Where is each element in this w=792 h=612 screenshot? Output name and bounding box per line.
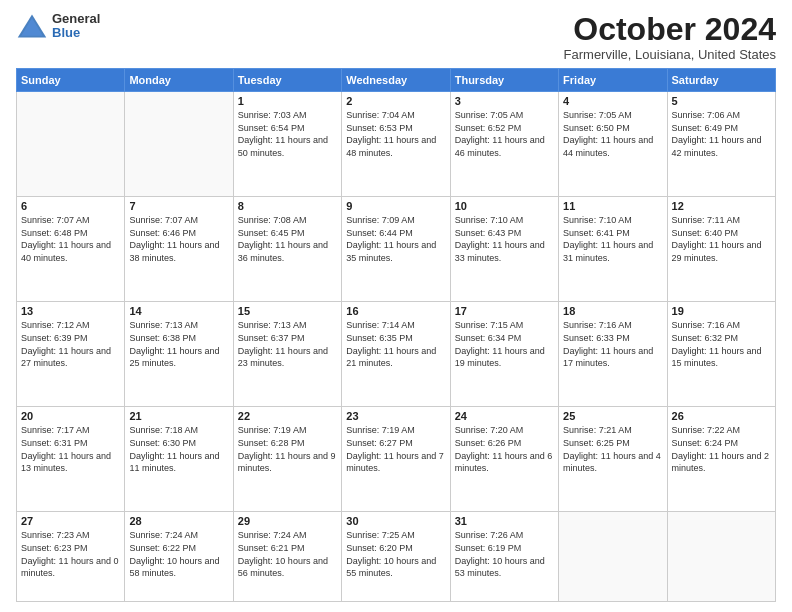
calendar-header-row: SundayMondayTuesdayWednesdayThursdayFrid…: [17, 69, 776, 92]
day-info: Sunrise: 7:13 AM Sunset: 6:38 PM Dayligh…: [129, 319, 228, 369]
table-row: 20Sunrise: 7:17 AM Sunset: 6:31 PM Dayli…: [17, 407, 125, 512]
day-number: 21: [129, 410, 228, 422]
day-info: Sunrise: 7:07 AM Sunset: 6:46 PM Dayligh…: [129, 214, 228, 264]
table-row: 5Sunrise: 7:06 AM Sunset: 6:49 PM Daylig…: [667, 92, 775, 197]
header: General Blue October 2024 Farmerville, L…: [16, 12, 776, 62]
day-number: 9: [346, 200, 445, 212]
day-number: 6: [21, 200, 120, 212]
day-number: 2: [346, 95, 445, 107]
table-row: 7Sunrise: 7:07 AM Sunset: 6:46 PM Daylig…: [125, 197, 233, 302]
table-row: 1Sunrise: 7:03 AM Sunset: 6:54 PM Daylig…: [233, 92, 341, 197]
day-number: 1: [238, 95, 337, 107]
day-info: Sunrise: 7:03 AM Sunset: 6:54 PM Dayligh…: [238, 109, 337, 159]
table-row: 19Sunrise: 7:16 AM Sunset: 6:32 PM Dayli…: [667, 302, 775, 407]
day-info: Sunrise: 7:16 AM Sunset: 6:33 PM Dayligh…: [563, 319, 662, 369]
day-number: 23: [346, 410, 445, 422]
day-info: Sunrise: 7:19 AM Sunset: 6:28 PM Dayligh…: [238, 424, 337, 474]
month-title: October 2024: [564, 12, 776, 47]
day-info: Sunrise: 7:19 AM Sunset: 6:27 PM Dayligh…: [346, 424, 445, 474]
table-row: 15Sunrise: 7:13 AM Sunset: 6:37 PM Dayli…: [233, 302, 341, 407]
table-row: 31Sunrise: 7:26 AM Sunset: 6:19 PM Dayli…: [450, 512, 558, 602]
day-info: Sunrise: 7:17 AM Sunset: 6:31 PM Dayligh…: [21, 424, 120, 474]
table-row: [17, 92, 125, 197]
day-number: 14: [129, 305, 228, 317]
day-info: Sunrise: 7:24 AM Sunset: 6:21 PM Dayligh…: [238, 529, 337, 579]
day-number: 29: [238, 515, 337, 527]
column-header-monday: Monday: [125, 69, 233, 92]
logo: General Blue: [16, 12, 100, 41]
day-info: Sunrise: 7:05 AM Sunset: 6:50 PM Dayligh…: [563, 109, 662, 159]
day-number: 22: [238, 410, 337, 422]
column-header-tuesday: Tuesday: [233, 69, 341, 92]
table-row: 23Sunrise: 7:19 AM Sunset: 6:27 PM Dayli…: [342, 407, 450, 512]
day-info: Sunrise: 7:04 AM Sunset: 6:53 PM Dayligh…: [346, 109, 445, 159]
column-header-saturday: Saturday: [667, 69, 775, 92]
day-number: 4: [563, 95, 662, 107]
day-info: Sunrise: 7:13 AM Sunset: 6:37 PM Dayligh…: [238, 319, 337, 369]
day-info: Sunrise: 7:18 AM Sunset: 6:30 PM Dayligh…: [129, 424, 228, 474]
column-header-thursday: Thursday: [450, 69, 558, 92]
table-row: 30Sunrise: 7:25 AM Sunset: 6:20 PM Dayli…: [342, 512, 450, 602]
table-row: 2Sunrise: 7:04 AM Sunset: 6:53 PM Daylig…: [342, 92, 450, 197]
day-number: 18: [563, 305, 662, 317]
day-info: Sunrise: 7:06 AM Sunset: 6:49 PM Dayligh…: [672, 109, 771, 159]
table-row: 10Sunrise: 7:10 AM Sunset: 6:43 PM Dayli…: [450, 197, 558, 302]
calendar-week-row: 1Sunrise: 7:03 AM Sunset: 6:54 PM Daylig…: [17, 92, 776, 197]
day-info: Sunrise: 7:12 AM Sunset: 6:39 PM Dayligh…: [21, 319, 120, 369]
table-row: 8Sunrise: 7:08 AM Sunset: 6:45 PM Daylig…: [233, 197, 341, 302]
day-info: Sunrise: 7:21 AM Sunset: 6:25 PM Dayligh…: [563, 424, 662, 474]
table-row: 22Sunrise: 7:19 AM Sunset: 6:28 PM Dayli…: [233, 407, 341, 512]
table-row: 25Sunrise: 7:21 AM Sunset: 6:25 PM Dayli…: [559, 407, 667, 512]
calendar-week-row: 13Sunrise: 7:12 AM Sunset: 6:39 PM Dayli…: [17, 302, 776, 407]
table-row: 13Sunrise: 7:12 AM Sunset: 6:39 PM Dayli…: [17, 302, 125, 407]
table-row: 11Sunrise: 7:10 AM Sunset: 6:41 PM Dayli…: [559, 197, 667, 302]
column-header-sunday: Sunday: [17, 69, 125, 92]
table-row: 24Sunrise: 7:20 AM Sunset: 6:26 PM Dayli…: [450, 407, 558, 512]
day-info: Sunrise: 7:25 AM Sunset: 6:20 PM Dayligh…: [346, 529, 445, 579]
table-row: [667, 512, 775, 602]
day-number: 20: [21, 410, 120, 422]
table-row: [559, 512, 667, 602]
logo-blue-text: Blue: [52, 26, 100, 40]
calendar-week-row: 6Sunrise: 7:07 AM Sunset: 6:48 PM Daylig…: [17, 197, 776, 302]
column-header-wednesday: Wednesday: [342, 69, 450, 92]
table-row: 28Sunrise: 7:24 AM Sunset: 6:22 PM Dayli…: [125, 512, 233, 602]
table-row: 26Sunrise: 7:22 AM Sunset: 6:24 PM Dayli…: [667, 407, 775, 512]
table-row: 12Sunrise: 7:11 AM Sunset: 6:40 PM Dayli…: [667, 197, 775, 302]
table-row: 18Sunrise: 7:16 AM Sunset: 6:33 PM Dayli…: [559, 302, 667, 407]
day-info: Sunrise: 7:10 AM Sunset: 6:41 PM Dayligh…: [563, 214, 662, 264]
logo-general-text: General: [52, 12, 100, 26]
day-number: 5: [672, 95, 771, 107]
table-row: 29Sunrise: 7:24 AM Sunset: 6:21 PM Dayli…: [233, 512, 341, 602]
day-info: Sunrise: 7:07 AM Sunset: 6:48 PM Dayligh…: [21, 214, 120, 264]
table-row: 3Sunrise: 7:05 AM Sunset: 6:52 PM Daylig…: [450, 92, 558, 197]
table-row: 4Sunrise: 7:05 AM Sunset: 6:50 PM Daylig…: [559, 92, 667, 197]
day-info: Sunrise: 7:22 AM Sunset: 6:24 PM Dayligh…: [672, 424, 771, 474]
day-info: Sunrise: 7:24 AM Sunset: 6:22 PM Dayligh…: [129, 529, 228, 579]
day-info: Sunrise: 7:23 AM Sunset: 6:23 PM Dayligh…: [21, 529, 120, 579]
day-number: 31: [455, 515, 554, 527]
day-number: 15: [238, 305, 337, 317]
day-info: Sunrise: 7:10 AM Sunset: 6:43 PM Dayligh…: [455, 214, 554, 264]
day-info: Sunrise: 7:15 AM Sunset: 6:34 PM Dayligh…: [455, 319, 554, 369]
day-number: 8: [238, 200, 337, 212]
day-number: 3: [455, 95, 554, 107]
title-block: October 2024 Farmerville, Louisiana, Uni…: [564, 12, 776, 62]
calendar-week-row: 27Sunrise: 7:23 AM Sunset: 6:23 PM Dayli…: [17, 512, 776, 602]
table-row: 27Sunrise: 7:23 AM Sunset: 6:23 PM Dayli…: [17, 512, 125, 602]
day-number: 11: [563, 200, 662, 212]
calendar-table: SundayMondayTuesdayWednesdayThursdayFrid…: [16, 68, 776, 602]
day-info: Sunrise: 7:16 AM Sunset: 6:32 PM Dayligh…: [672, 319, 771, 369]
column-header-friday: Friday: [559, 69, 667, 92]
day-number: 10: [455, 200, 554, 212]
day-number: 7: [129, 200, 228, 212]
day-number: 16: [346, 305, 445, 317]
day-info: Sunrise: 7:09 AM Sunset: 6:44 PM Dayligh…: [346, 214, 445, 264]
day-number: 24: [455, 410, 554, 422]
day-number: 19: [672, 305, 771, 317]
day-number: 26: [672, 410, 771, 422]
location-subtitle: Farmerville, Louisiana, United States: [564, 47, 776, 62]
table-row: 17Sunrise: 7:15 AM Sunset: 6:34 PM Dayli…: [450, 302, 558, 407]
table-row: 21Sunrise: 7:18 AM Sunset: 6:30 PM Dayli…: [125, 407, 233, 512]
day-number: 27: [21, 515, 120, 527]
